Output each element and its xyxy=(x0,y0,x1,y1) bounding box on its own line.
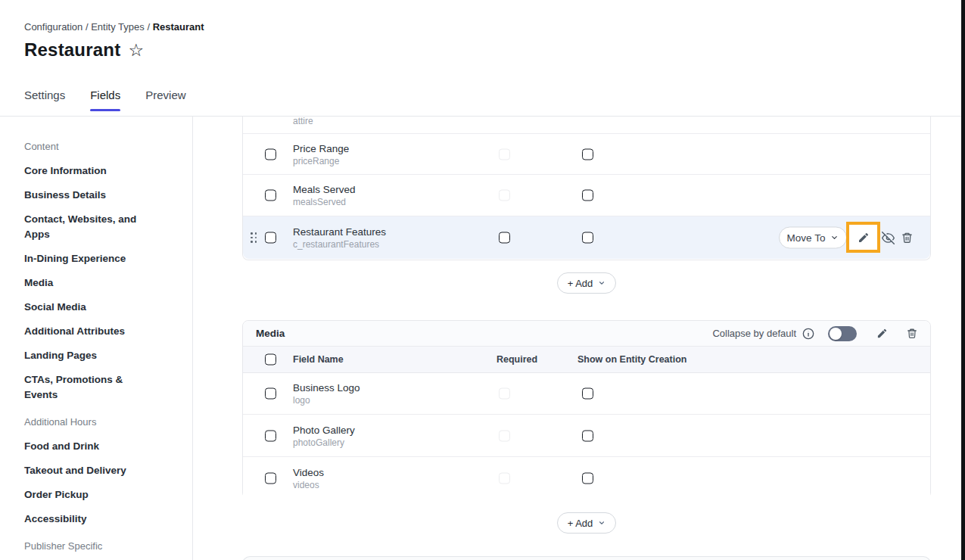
screen-right-edge xyxy=(961,0,965,560)
required-checkbox-disabled xyxy=(499,430,510,441)
row-checkbox[interactable] xyxy=(265,190,276,201)
required-checkbox-disabled xyxy=(499,190,510,201)
trash-icon xyxy=(901,232,913,244)
sidebar-item-business-details[interactable]: Business Details xyxy=(24,188,147,203)
edit-pencil-icon xyxy=(876,328,888,339)
field-api-name: photoGallery xyxy=(293,436,355,448)
breadcrumb: Configuration / Entity Types / Restauran… xyxy=(24,21,204,33)
hide-field-button[interactable] xyxy=(881,231,895,244)
required-checkbox[interactable] xyxy=(499,232,510,244)
field-api-name: priceRange xyxy=(293,154,349,166)
field-api-name: mealsServed xyxy=(293,196,356,208)
tab-fields[interactable]: Fields xyxy=(90,89,120,111)
show-on-entity-creation-checkbox[interactable] xyxy=(582,388,593,400)
table-row-meals-served: Meals Served mealsServed xyxy=(243,175,930,216)
active-tab-underline xyxy=(90,109,120,111)
sidebar-item-core-information[interactable]: Core Information xyxy=(24,163,147,179)
show-on-entity-creation-checkbox[interactable] xyxy=(582,472,593,484)
delete-field-button[interactable] xyxy=(900,231,914,244)
sidebar-section-additional-hours: Additional Hours xyxy=(24,415,174,430)
required-checkbox-disabled xyxy=(499,388,510,400)
field-name: Meals Served xyxy=(293,183,356,196)
required-checkbox-disabled xyxy=(499,148,510,160)
sidebar-item-contact-websites-apps[interactable]: Contact, Websites, and Apps xyxy=(24,212,147,242)
tab-preview[interactable]: Preview xyxy=(145,89,185,111)
sidebar-item-ctas-promotions-events[interactable]: CTAs, Promotions & Events xyxy=(24,372,147,403)
edit-section-button[interactable] xyxy=(876,328,888,339)
field-api-name: c_restaurantFeatures xyxy=(293,238,386,250)
entity-type-config-page: Configuration / Entity Types / Restauran… xyxy=(0,0,965,560)
toggle-knob xyxy=(830,328,842,340)
field-sections-sidebar: Content Core Information Business Detail… xyxy=(0,117,193,560)
chevron-down-icon xyxy=(830,234,839,242)
field-api-name: attire xyxy=(293,115,313,127)
row-checkbox[interactable] xyxy=(265,472,276,484)
trash-icon xyxy=(907,328,917,339)
show-on-entity-creation-checkbox[interactable] xyxy=(582,148,593,160)
page-title: Restaurant xyxy=(24,39,120,61)
sidebar-item-in-dining-experience[interactable]: In-Dining Experience xyxy=(24,251,147,266)
breadcrumb-entity-types[interactable]: Entity Types xyxy=(91,21,145,33)
sidebar-item-takeout-and-delivery[interactable]: Takeout and Delivery xyxy=(24,463,147,478)
field-name: Business Logo xyxy=(293,381,360,394)
tab-bar: Settings Fields Preview xyxy=(24,89,186,111)
delete-section-button[interactable] xyxy=(907,328,917,339)
edit-field-button-highlighted[interactable] xyxy=(846,222,880,253)
table-row-business-logo: Business Logo logo xyxy=(243,373,930,415)
drag-handle-icon[interactable] xyxy=(251,232,257,243)
section-title: Media xyxy=(256,328,285,339)
select-all-checkbox[interactable] xyxy=(265,354,276,366)
table-row-restaurant-features: Restaurant Features c_restaurantFeatures… xyxy=(243,216,930,259)
sidebar-item-media[interactable]: Media xyxy=(24,275,147,291)
field-api-name: logo xyxy=(293,394,360,406)
row-checkbox[interactable] xyxy=(265,148,276,160)
field-name: Videos xyxy=(293,465,324,478)
collapse-by-default-toggle[interactable] xyxy=(828,326,857,341)
media-section: Media Collapse by default Field Name Req… xyxy=(242,320,931,499)
sidebar-section-content: Content xyxy=(24,139,174,154)
sidebar-item-additional-attributes[interactable]: Additional Attributes xyxy=(24,324,147,339)
next-section-top-edge xyxy=(242,556,931,560)
media-table-column-header: Field Name Required Show on Entity Creat… xyxy=(243,347,930,373)
breadcrumb-separator: / xyxy=(147,21,152,33)
sidebar-item-food-and-drink[interactable]: Food and Drink xyxy=(24,439,147,454)
column-header-field-name: Field Name xyxy=(293,354,344,365)
chevron-down-icon xyxy=(598,519,605,527)
sidebar-item-accessibility[interactable]: Accessibility xyxy=(24,512,147,527)
tab-settings[interactable]: Settings xyxy=(24,89,65,111)
fields-table: attire Price Range priceRange Meals Serv… xyxy=(242,117,931,260)
sidebar-item-social-media[interactable]: Social Media xyxy=(24,300,147,315)
chevron-down-icon xyxy=(598,279,605,287)
show-on-entity-creation-checkbox[interactable] xyxy=(582,430,593,441)
show-on-entity-creation-checkbox[interactable] xyxy=(582,232,593,244)
star-favorite-icon[interactable]: ☆ xyxy=(128,42,144,59)
column-header-show-on-entity-creation: Show on Entity Creation xyxy=(577,354,686,365)
field-name: Restaurant Features xyxy=(293,226,386,238)
breadcrumb-configuration[interactable]: Configuration xyxy=(24,21,82,33)
table-row-price-range: Price Range priceRange xyxy=(243,134,930,175)
show-on-entity-creation-checkbox[interactable] xyxy=(582,190,593,201)
field-name: Photo Gallery xyxy=(293,423,355,436)
sidebar-section-publisher-specific: Publisher Specific xyxy=(24,539,174,554)
field-name: Price Range xyxy=(293,142,349,154)
table-row-photo-gallery: Photo Gallery photoGallery xyxy=(243,415,930,457)
add-media-field-button[interactable]: + Add xyxy=(557,512,617,534)
column-header-required: Required xyxy=(497,354,537,365)
edit-pencil-icon xyxy=(858,232,870,244)
row-checkbox[interactable] xyxy=(265,430,276,441)
required-checkbox-disabled xyxy=(499,472,510,484)
row-checkbox[interactable] xyxy=(265,388,276,400)
eye-slash-icon xyxy=(882,232,895,244)
breadcrumb-current: Restaurant xyxy=(153,21,204,33)
sidebar-item-order-pickup[interactable]: Order Pickup xyxy=(24,487,147,502)
table-row-videos: Videos videos xyxy=(243,457,930,499)
field-api-name: videos xyxy=(293,478,324,490)
sidebar-item-landing-pages[interactable]: Landing Pages xyxy=(24,348,147,363)
media-section-header: Media Collapse by default xyxy=(243,321,930,347)
table-row-attire-clipped: attire xyxy=(243,117,930,134)
add-field-button[interactable]: + Add xyxy=(557,272,617,294)
move-to-button[interactable]: Move To xyxy=(779,227,847,249)
info-icon[interactable] xyxy=(802,328,814,340)
collapse-by-default-label: Collapse by default xyxy=(712,328,796,339)
row-checkbox[interactable] xyxy=(265,232,276,244)
